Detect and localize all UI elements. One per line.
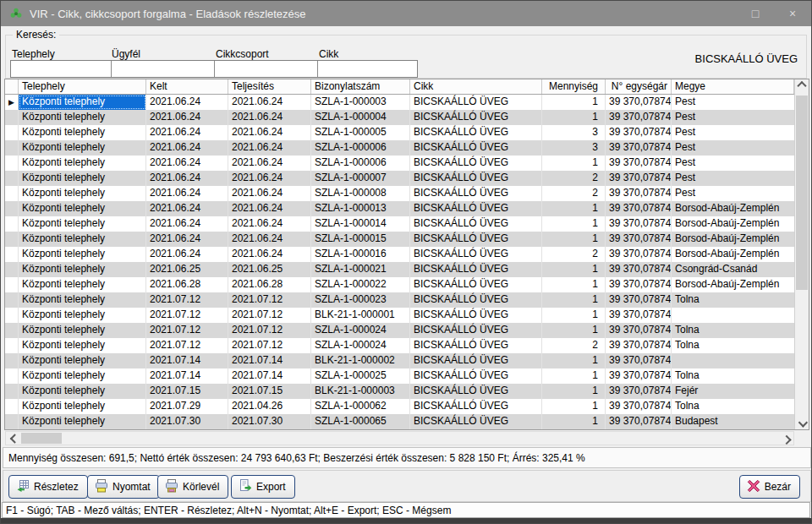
- scroll-down-button[interactable]: [795, 415, 809, 429]
- cell-telephely[interactable]: Központi telephely: [19, 110, 146, 125]
- cell-teljesites[interactable]: 2021.07.30: [228, 414, 311, 429]
- vertical-scrollbar[interactable]: [794, 79, 809, 429]
- cell-egysegar[interactable]: 39 370,07874: [606, 323, 672, 338]
- table-row[interactable]: Központi telephely2021.06.242021.06.24SZ…: [5, 186, 794, 201]
- table-row[interactable]: Központi telephely2021.07.122021.07.12SZ…: [5, 292, 794, 308]
- row-selector[interactable]: [5, 353, 19, 368]
- cell-egysegar[interactable]: 39 370,07874: [606, 414, 672, 429]
- cell-cikk[interactable]: BICSKAÁLLÓ ÜVEG: [410, 247, 542, 262]
- header-megye[interactable]: Megye: [672, 79, 794, 94]
- row-selector[interactable]: [5, 125, 19, 140]
- cell-telephely[interactable]: Központi telephely: [19, 338, 146, 353]
- table-row[interactable]: Központi telephely2021.06.242021.06.24SZ…: [5, 156, 794, 171]
- vertical-scrollbar-thumb[interactable]: [796, 96, 808, 290]
- telephely-input[interactable]: [11, 61, 111, 77]
- table-row[interactable]: Központi telephely2021.06.242021.06.24SZ…: [5, 247, 794, 262]
- cell-mennyiseg[interactable]: 1: [542, 201, 606, 216]
- cell-megye[interactable]: Tolna: [672, 399, 794, 414]
- cell-mennyiseg[interactable]: 2: [542, 338, 606, 353]
- row-selector[interactable]: [5, 399, 19, 414]
- nyomtat-button[interactable]: Nyomtat: [87, 475, 160, 499]
- cell-megye[interactable]: [672, 353, 794, 368]
- table-row[interactable]: Központi telephely2021.07.122021.07.12SZ…: [5, 338, 794, 353]
- cell-megye[interactable]: [672, 308, 794, 323]
- cell-teljesites[interactable]: 2021.06.24: [228, 95, 311, 110]
- cell-cikk[interactable]: BICSKAÁLLÓ ÜVEG: [410, 262, 542, 277]
- cell-megye[interactable]: Borsod-Abaúj-Zemplén: [672, 232, 794, 247]
- cell-bizonylatszam[interactable]: SZLA-1-000025: [311, 368, 410, 384]
- row-selector[interactable]: [5, 110, 19, 125]
- cell-bizonylatszam[interactable]: SZLA-1-000007: [311, 171, 410, 186]
- cell-cikk[interactable]: BICSKAÁLLÓ ÜVEG: [410, 140, 542, 156]
- cell-telephely[interactable]: Központi telephely: [19, 125, 146, 140]
- cell-telephely[interactable]: Központi telephely: [19, 414, 146, 429]
- cell-mennyiseg[interactable]: 1: [542, 110, 606, 125]
- scroll-left-button[interactable]: [6, 432, 20, 445]
- cell-egysegar[interactable]: 39 370,07874: [606, 338, 672, 353]
- cell-bizonylatszam[interactable]: SZLA-1-000022: [311, 277, 410, 292]
- cell-teljesites[interactable]: 2021.07.14: [228, 353, 311, 368]
- cell-mennyiseg[interactable]: 3: [542, 140, 606, 156]
- korlevel-button[interactable]: Körlevél: [157, 475, 228, 499]
- cell-cikk[interactable]: BICSKAÁLLÓ ÜVEG: [410, 232, 542, 247]
- cell-egysegar[interactable]: 39 370,07874: [606, 399, 672, 414]
- cell-kelt[interactable]: 2021.06.24: [146, 232, 228, 247]
- cell-teljesites[interactable]: 2021.06.24: [228, 125, 311, 140]
- cell-egysegar[interactable]: 39 370,07874: [606, 156, 672, 171]
- cell-bizonylatszam[interactable]: SZLA-1-000021: [311, 262, 410, 277]
- cell-egysegar[interactable]: 39 370,07874: [606, 262, 672, 277]
- cell-kelt[interactable]: 2021.06.24: [146, 186, 228, 201]
- cell-mennyiseg[interactable]: 1: [542, 216, 606, 232]
- cell-megye[interactable]: Tolna: [672, 338, 794, 353]
- scroll-up-button[interactable]: [795, 79, 809, 94]
- cell-egysegar[interactable]: 39 370,07874: [606, 95, 672, 110]
- cell-egysegar[interactable]: 39 370,07874: [606, 110, 672, 125]
- row-selector[interactable]: [5, 140, 19, 156]
- cell-cikk[interactable]: BICSKAÁLLÓ ÜVEG: [410, 95, 542, 110]
- cell-teljesites[interactable]: 2021.06.24: [228, 110, 311, 125]
- cell-egysegar[interactable]: 39 370,07874: [606, 232, 672, 247]
- cell-egysegar[interactable]: 39 370,07874: [606, 292, 672, 308]
- table-row[interactable]: Központi telephely2021.07.152021.07.15BL…: [5, 384, 794, 399]
- cell-kelt[interactable]: 2021.06.28: [146, 277, 228, 292]
- cell-cikk[interactable]: BICSKAÁLLÓ ÜVEG: [410, 216, 542, 232]
- row-selector[interactable]: [5, 308, 19, 323]
- row-selector[interactable]: [5, 262, 19, 277]
- header-cikk[interactable]: Cikk: [410, 79, 542, 94]
- cell-kelt[interactable]: 2021.07.14: [146, 368, 228, 384]
- bezar-button[interactable]: Bezár: [739, 475, 800, 499]
- cell-cikk[interactable]: BICSKAÁLLÓ ÜVEG: [410, 171, 542, 186]
- row-selector[interactable]: [5, 277, 19, 292]
- cell-bizonylatszam[interactable]: SZLA-1-000008: [311, 186, 410, 201]
- scroll-right-button[interactable]: [779, 432, 793, 445]
- cell-bizonylatszam[interactable]: SZLA-1-000006: [311, 156, 410, 171]
- table-row[interactable]: Központi telephely2021.07.292021.04.26SZ…: [5, 399, 794, 414]
- cell-bizonylatszam[interactable]: SZLA-1-000005: [311, 125, 410, 140]
- header-mennyiseg[interactable]: Mennyiség: [542, 79, 606, 94]
- cell-egysegar[interactable]: 39 370,07874: [606, 247, 672, 262]
- cell-kelt[interactable]: 2021.07.30: [146, 414, 228, 429]
- cell-teljesites[interactable]: 2021.07.12: [228, 338, 311, 353]
- cell-bizonylatszam[interactable]: SZLA-1-000065: [311, 414, 410, 429]
- cell-cikk[interactable]: BICSKAÁLLÓ ÜVEG: [410, 323, 542, 338]
- table-row[interactable]: Központi telephely2021.06.242021.06.24SZ…: [5, 125, 794, 140]
- cell-kelt[interactable]: 2021.07.12: [146, 323, 228, 338]
- cell-bizonylatszam[interactable]: SZLA-1-000014: [311, 216, 410, 232]
- table-row[interactable]: Központi telephely2021.07.142021.07.14SZ…: [5, 368, 794, 384]
- cell-kelt[interactable]: 2021.06.25: [146, 262, 228, 277]
- header-kelt[interactable]: Kelt: [146, 79, 228, 94]
- cell-egysegar[interactable]: 39 370,07874: [606, 368, 672, 384]
- cell-cikk[interactable]: BICSKAÁLLÓ ÜVEG: [410, 308, 542, 323]
- cell-megye[interactable]: Tolna: [672, 292, 794, 308]
- cell-mennyiseg[interactable]: 3: [542, 125, 606, 140]
- row-selector[interactable]: [5, 292, 19, 308]
- cell-bizonylatszam[interactable]: SZLA-1-000024: [311, 338, 410, 353]
- cell-egysegar[interactable]: 39 370,07874: [606, 384, 672, 399]
- table-row[interactable]: Központi telephely2021.07.122021.07.12BL…: [5, 308, 794, 323]
- cell-teljesites[interactable]: 2021.07.15: [228, 384, 311, 399]
- cell-megye[interactable]: Budapest: [672, 414, 794, 429]
- cell-bizonylatszam[interactable]: SZLA-1-000062: [311, 399, 410, 414]
- row-selector[interactable]: [5, 186, 19, 201]
- cell-kelt[interactable]: 2021.07.29: [146, 399, 228, 414]
- table-row[interactable]: Központi telephely2021.07.142021.07.14BL…: [5, 353, 794, 368]
